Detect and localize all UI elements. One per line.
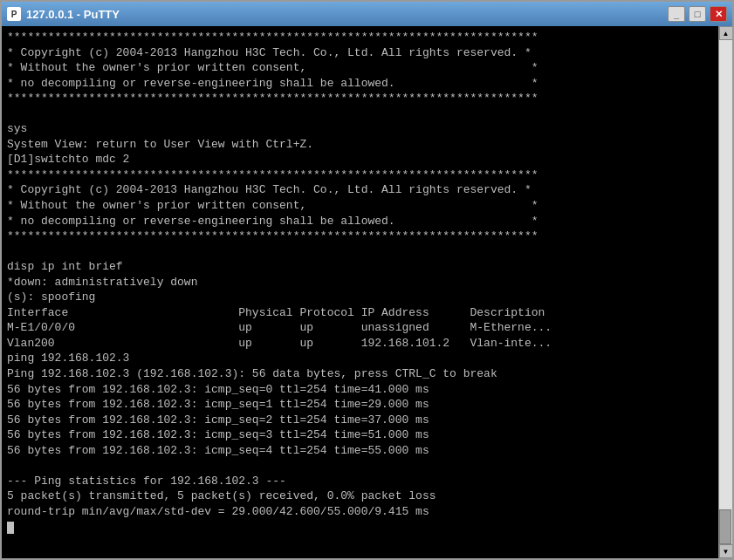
maximize-button[interactable]: □ [689,6,706,22]
scroll-down-arrow[interactable]: ▼ [719,544,733,558]
close-button[interactable]: ✕ [710,6,727,22]
title-bar-left: P 127.0.0.1 - PuTTY [7,7,120,21]
terminal-wrapper: ****************************************… [2,26,732,558]
scrollbar-track[interactable] [719,40,732,544]
cursor [7,522,14,534]
scrollbar-thumb[interactable] [719,509,731,544]
window-title: 127.0.0.1 - PuTTY [26,8,120,21]
title-bar-controls: _ □ ✕ [668,6,727,22]
scrollbar[interactable]: ▲ ▼ [718,26,732,558]
minimize-button[interactable]: _ [668,6,685,22]
putty-window: P 127.0.0.1 - PuTTY _ □ ✕ **************… [0,0,734,560]
terminal-output[interactable]: ****************************************… [2,26,718,558]
scroll-up-arrow[interactable]: ▲ [719,26,733,40]
title-bar: P 127.0.0.1 - PuTTY _ □ ✕ [2,2,732,26]
putty-icon: P [7,7,21,21]
